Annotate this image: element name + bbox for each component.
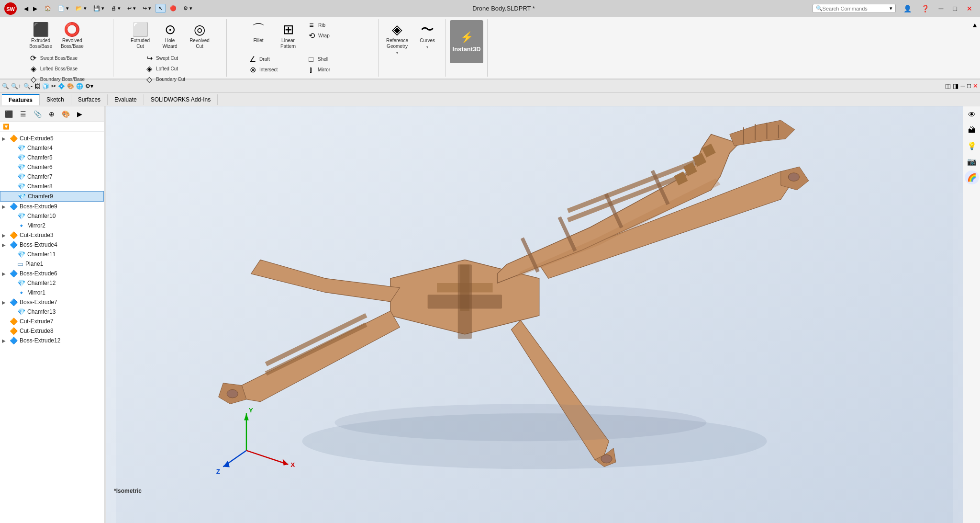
tree-item-chamfer5[interactable]: 💎Chamfer5 [0, 153, 104, 162]
close-button[interactable]: ✕ [963, 4, 976, 13]
feature-manager-button[interactable]: ⬛ [2, 108, 16, 120]
tree-item-boss-extrude7[interactable]: ▶🔷Boss-Extrude7 [0, 297, 104, 307]
tree-item-chamfer13[interactable]: 💎Chamfer13 [0, 307, 104, 317]
dock-left-button[interactable]: ◫ [945, 82, 951, 90]
fillet-button[interactable]: ⌒ Fillet [244, 20, 273, 46]
tree-label-boss-extrude9: Boss-Extrude9 [20, 203, 57, 210]
tree-item-chamfer9[interactable]: 💎Chamfer9 [0, 191, 104, 202]
tree-item-cut-extrude5[interactable]: ▶🔶Cut-Extrude5 [0, 134, 104, 143]
float-button[interactable]: ─ [960, 82, 965, 90]
lofted-cut-label: Lofted Cut [156, 66, 178, 72]
property-manager-button[interactable]: ☰ [17, 108, 29, 120]
extruded-cut-button[interactable]: ⬜ ExtrudedCut [126, 20, 155, 52]
tab-addins[interactable]: SOLIDWORKS Add-Ins [144, 94, 218, 105]
tree-item-chamfer11[interactable]: 💎Chamfer11 [0, 250, 104, 259]
tree-item-boss-extrude6[interactable]: ▶🔷Boss-Extrude6 [0, 269, 104, 278]
tree-item-chamfer4[interactable]: 💎Chamfer4 [0, 143, 104, 153]
swept-cut-button[interactable]: ↪ Swept Cut [141, 53, 199, 64]
maximize-button[interactable]: □ [949, 4, 961, 13]
save-button[interactable]: 💾 ▾ [91, 4, 107, 12]
tree-item-mirror1[interactable]: 🔹Mirror1 [0, 288, 104, 297]
tree-item-plane1[interactable]: ▭Plane1 [0, 259, 104, 269]
linear-pattern-icon: ⊞ [283, 23, 294, 36]
extruded-boss-button[interactable]: ⬛ ExtrudedBoss/Base [25, 20, 56, 52]
tree-item-boss-extrude9[interactable]: ▶🔷Boss-Extrude9 [0, 202, 104, 211]
boundary-cut-button[interactable]: ◇ Boundary Cut [141, 74, 199, 85]
mirror-button[interactable]: ⫿ Mirror [303, 65, 360, 75]
features-col1: ≡ Rib ⟲ Wrap [303, 20, 361, 41]
tree-item-boss-extrude4[interactable]: ▶🔷Boss-Extrude4 [0, 240, 104, 250]
viewport[interactable]: Y X Z *Isometric [106, 106, 963, 523]
appearance-panel-button[interactable]: 👁 [966, 108, 978, 122]
reference-geometry-button[interactable]: ◈ ReferenceGeometry ▾ [382, 20, 412, 58]
tree-item-cut-extrude7[interactable]: 🔶Cut-Extrude7 [0, 317, 104, 326]
tree-item-cut-extrude3[interactable]: ▶🔶Cut-Extrude3 [0, 230, 104, 240]
lofted-boss-button[interactable]: ◈ Lofted Boss/Base [25, 64, 83, 74]
draft-button[interactable]: ∠ Draft [245, 54, 302, 65]
print-button[interactable]: 🖨 ▾ [109, 4, 123, 12]
tree-item-cut-extrude8[interactable]: 🔶Cut-Extrude8 [0, 326, 104, 336]
wrap-button[interactable]: ⟲ Wrap [303, 31, 361, 41]
display-manager-button[interactable]: 🎨 [59, 108, 73, 120]
lights-panel-button[interactable]: 💡 [965, 139, 979, 153]
undo-button[interactable]: ↩ ▾ [125, 4, 138, 12]
hole-wizard-button[interactable]: ⊙ HoleWizard [156, 20, 184, 52]
cameras-panel-button[interactable]: 📷 [965, 155, 979, 169]
tabbar: Features Sketch Surfaces Evaluate SOLIDW… [0, 93, 980, 106]
tree-icon-mirror1: 🔹 [17, 289, 25, 296]
expand-tree-button[interactable]: ▶ [74, 108, 85, 120]
lofted-cut-button[interactable]: ◈ Lofted Cut [141, 64, 199, 74]
shell-button[interactable]: □ Shell [303, 54, 360, 65]
search-dropdown-icon[interactable]: ▾ [890, 5, 892, 11]
tree-item-chamfer12[interactable]: 💎Chamfer12 [0, 278, 104, 288]
tree-item-chamfer6[interactable]: 💎Chamfer6 [0, 162, 104, 172]
configuration-manager-button[interactable]: 📎 [31, 108, 45, 120]
help-button[interactable]: ❓ [917, 4, 933, 13]
shell-icon: □ [306, 56, 316, 63]
tree-item-boss-extrude12[interactable]: ▶🔷Boss-Extrude12 [0, 336, 104, 345]
forward-button[interactable]: ▶ [31, 4, 39, 13]
rebuild-button[interactable]: 🔴 [167, 4, 179, 12]
select-button[interactable]: ↖ [156, 4, 166, 13]
tree-item-chamfer10[interactable]: 💎Chamfer10 [0, 211, 104, 221]
account-button[interactable]: 👤 [900, 4, 915, 13]
revolved-cut-button[interactable]: ◎ RevolvedCut [185, 20, 214, 52]
tab-sketch[interactable]: Sketch [40, 94, 71, 105]
new-button[interactable]: 📄 ▾ [56, 4, 71, 12]
tree-icon-chamfer8: 💎 [17, 182, 25, 190]
svg-point-38 [334, 404, 706, 442]
scene-panel-button[interactable]: 🏔 [966, 124, 978, 137]
tab-features[interactable]: Features [2, 94, 40, 105]
close-viewport-button[interactable]: ✕ [973, 82, 978, 90]
open-button[interactable]: 📂 ▾ [73, 4, 89, 12]
ribbon-collapse-button[interactable]: ▲ [969, 19, 980, 31]
back-button[interactable]: ◀ [22, 4, 30, 13]
tree-item-mirror2[interactable]: 🔹Mirror2 [0, 221, 104, 230]
boundary-boss-button[interactable]: ◇ Boundary Boss/Base [25, 74, 88, 85]
search-input[interactable] [823, 6, 890, 11]
dock-right-button[interactable]: ◨ [953, 82, 958, 90]
tree-icon-chamfer9: 💎 [18, 193, 26, 200]
rib-button[interactable]: ≡ Rib [303, 20, 361, 31]
linear-pattern-button[interactable]: ⊞ LinearPattern [274, 20, 302, 52]
ribbon-toolbar: ⬛ ExtrudedBoss/Base ⭕ RevolvedBoss/Base … [0, 17, 980, 79]
tree-item-chamfer7[interactable]: 💎Chamfer7 [0, 172, 104, 182]
intersect-button[interactable]: ⊗ Intersect [245, 65, 302, 75]
tab-evaluate[interactable]: Evaluate [108, 94, 144, 105]
maximize-viewport-button[interactable]: □ [967, 82, 971, 90]
minimize-button[interactable]: ─ [935, 4, 947, 13]
tab-surfaces[interactable]: Surfaces [71, 94, 108, 105]
dim-xpert-button[interactable]: ⊕ [46, 108, 57, 120]
tree-item-chamfer8[interactable]: 💎Chamfer8 [0, 182, 104, 191]
swept-boss-button[interactable]: ⟳ Swept Boss/Base [25, 53, 83, 64]
revolved-boss-button[interactable]: ⭕ RevolvedBoss/Base [57, 20, 88, 52]
instant3d-button[interactable]: ⚡ Instant3D [450, 20, 483, 63]
curves-button[interactable]: 〜 Curves ▾ [413, 20, 442, 53]
redo-button[interactable]: ↪ ▾ [140, 4, 154, 12]
realview-panel-button[interactable]: 🌈 [965, 171, 979, 184]
feature-tree[interactable]: ▶🔶Cut-Extrude5💎Chamfer4💎Chamfer5💎Chamfer… [0, 132, 104, 523]
search-box[interactable]: 🔍 ▾ [813, 4, 896, 13]
home-button[interactable]: 🏠 [42, 4, 54, 12]
tree-icon-chamfer11: 💎 [17, 250, 25, 258]
options-button[interactable]: ⚙ ▾ [181, 4, 195, 12]
